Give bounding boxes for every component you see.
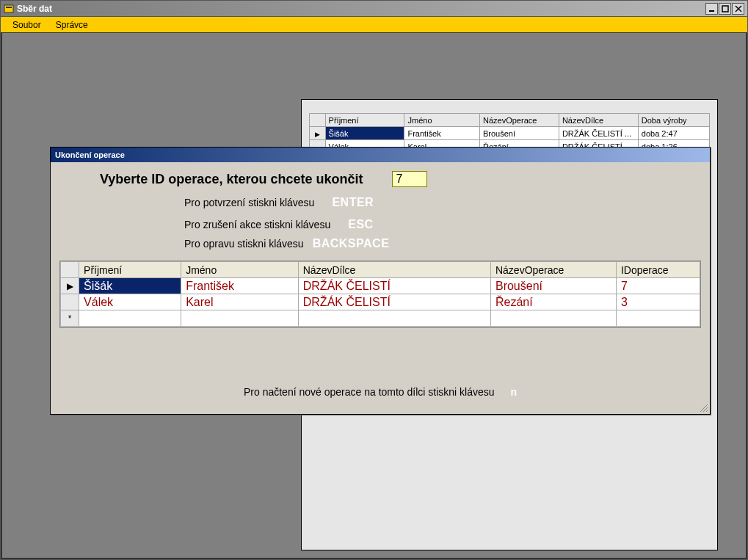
cell-prijmeni[interactable]: Šišák [325, 127, 404, 140]
hint-confirm-key: ENTER [332, 196, 374, 209]
cell-dilce[interactable]: DRŽÁK ČELISTÍ [298, 278, 490, 294]
hint-cancel-text: Pro zrušení akce stiskni klávesu [184, 219, 330, 230]
hint-confirm-text: Pro potvrzení stiskni klávesu [184, 197, 314, 208]
new-row-icon[interactable]: * [61, 310, 79, 327]
table-row[interactable]: ▶ Šišák František DRŽÁK ČELISTÍ Broušení… [61, 278, 700, 294]
table-row[interactable]: ▶ Šišák František Broušení DRŽÁK ČELISTÍ… [310, 127, 710, 140]
cell-operace[interactable]: Řezání [490, 294, 616, 310]
window-controls [705, 3, 744, 15]
cell-jmeno[interactable]: František [404, 127, 480, 140]
client-area: Příjmení Jméno NázevOperace NázevDílce D… [1, 33, 747, 559]
svg-rect-1 [6, 7, 12, 8]
menu-soubor[interactable]: Soubor [5, 18, 48, 32]
cell-id[interactable]: 7 [616, 278, 700, 294]
bottom-hint: Pro načtení nové operace na tomto dílci … [51, 386, 710, 398]
close-button[interactable] [732, 3, 744, 15]
cell-operace[interactable]: Broušení [480, 127, 559, 140]
table-header-row: Příjmení Jméno NázevOperace NázevDílce D… [310, 114, 710, 127]
app-icon [4, 4, 14, 14]
minimize-button[interactable] [705, 3, 718, 15]
bottom-hint-text: Pro načtení nové operace na tomto dílci … [244, 386, 495, 398]
dialog-heading: Vyberte ID operace, kterou chcete ukonči… [100, 172, 363, 187]
titlebar: Sběr dat [1, 1, 747, 17]
hint-edit-text: Pro opravu stiskni klávesu [184, 238, 304, 250]
table-header-row: Příjmení Jméno NázevDílce NázevOperace I… [61, 262, 700, 278]
end-operation-dialog: Ukončení operace Vyberte ID operace, kte… [50, 147, 711, 415]
main-window: Sběr dat Soubor Správce [0, 0, 748, 560]
cell-dilce[interactable]: DRŽÁK ČELISTÍ ... [559, 127, 638, 140]
col-dilce[interactable]: NázevDílce [559, 114, 638, 127]
cell-dilce[interactable]: DRŽÁK ČELISTÍ [298, 294, 490, 310]
maximize-button[interactable] [719, 3, 731, 15]
cell-prijmeni[interactable]: Šišák [79, 278, 181, 294]
svg-line-8 [706, 410, 708, 412]
cell-vyroby[interactable]: doba 2:47 [638, 127, 709, 140]
dialog-title: Ukončení operace [51, 148, 710, 162]
dialog-grid[interactable]: Příjmení Jméno NázevDílce NázevOperace I… [60, 261, 700, 327]
cell-prijmeni[interactable]: Válek [79, 294, 181, 310]
row-selector-icon[interactable] [61, 294, 79, 310]
dialog-body: Vyberte ID operace, kterou chcete ukonči… [51, 162, 710, 414]
col-prijmeni[interactable]: Příjmení [325, 114, 404, 127]
col-jmeno[interactable]: Jméno [404, 114, 480, 127]
bottom-hint-key: n [510, 386, 517, 398]
col-operace[interactable]: NázevOperace [490, 262, 616, 278]
menu-spravce[interactable]: Správce [48, 18, 95, 32]
operation-id-field[interactable] [392, 171, 427, 187]
window-title: Sběr dat [17, 4, 705, 14]
hint-cancel-key: ESC [348, 218, 373, 231]
col-operace[interactable]: NázevOperace [480, 114, 559, 127]
col-vyroby[interactable]: Doba výroby [638, 114, 709, 127]
cell-jmeno[interactable]: František [181, 278, 299, 294]
table-row[interactable]: Válek Karel DRŽÁK ČELISTÍ Řezání 3 [61, 294, 700, 310]
col-jmeno[interactable]: Jméno [181, 262, 299, 278]
row-selector-icon[interactable]: ▶ [61, 278, 79, 294]
cell-jmeno[interactable]: Karel [181, 294, 299, 310]
cell-id[interactable]: 3 [616, 294, 700, 310]
col-prijmeni[interactable]: Příjmení [79, 262, 181, 278]
svg-rect-3 [722, 6, 728, 12]
col-id[interactable]: IDoperace [616, 262, 700, 278]
cell-operace[interactable]: Broušení [490, 278, 616, 294]
menubar: Soubor Správce [1, 17, 747, 33]
hint-edit-key: BACKSPACE [313, 237, 390, 250]
col-dilce[interactable]: NázevDílce [298, 262, 490, 278]
row-selector-icon[interactable]: ▶ [310, 127, 326, 140]
table-row-new[interactable]: * [61, 310, 700, 327]
svg-rect-0 [4, 5, 13, 12]
resize-grip-icon[interactable] [698, 402, 708, 412]
